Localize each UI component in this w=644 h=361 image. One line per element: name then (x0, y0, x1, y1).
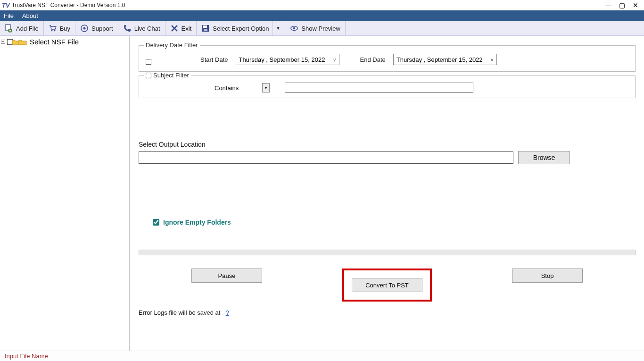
folder-stack-icon (14, 39, 27, 45)
end-date-picker[interactable]: Thursday , September 15, 2022 ∨ (393, 54, 497, 65)
subject-filter-legend: Subject Filter (153, 72, 189, 79)
show-preview-button[interactable]: Show Preview (285, 21, 345, 35)
pause-button[interactable]: Pause (191, 269, 262, 283)
end-date-label: End Date (360, 56, 386, 63)
svg-rect-12 (204, 29, 207, 31)
menu-file[interactable]: File (4, 12, 14, 19)
support-button[interactable]: Support (75, 21, 118, 35)
tree-root-label: Select NSF File (30, 38, 79, 46)
cart-icon (49, 24, 57, 33)
statusbar: Input File Name (0, 351, 644, 361)
output-location-input[interactable] (139, 151, 513, 164)
main-panel: Delivery Date Filter Start Date Thursday… (130, 36, 644, 351)
app-logo: TV (2, 2, 10, 9)
buy-label: Buy (60, 25, 70, 32)
tree-expand-icon[interactable]: + (1, 40, 5, 44)
close-icon[interactable]: ✕ (633, 1, 638, 9)
add-file-button[interactable]: Add File (0, 21, 44, 35)
tree-root-item[interactable]: + Select NSF File (1, 38, 128, 46)
start-date-label: Start Date (200, 56, 228, 63)
chevron-down-icon: ∨ (333, 57, 336, 62)
export-dropdown-caret[interactable]: ▼ (272, 21, 280, 35)
subject-filter-checkbox[interactable] (146, 73, 151, 78)
live-chat-button[interactable]: Live Chat (118, 21, 165, 35)
exit-label: Exit (182, 25, 192, 32)
toolbar: Add File Buy Support Live Chat Exit Sele… (0, 21, 644, 36)
end-date-value: Thursday , September 15, 2022 (396, 56, 483, 63)
delivery-date-filter-group: Delivery Date Filter Start Date Thursday… (139, 45, 636, 72)
ignore-empty-label: Ignore Empty Folders (163, 218, 231, 226)
live-chat-label: Live Chat (134, 25, 160, 32)
browse-button[interactable]: Browse (518, 151, 570, 164)
convert-button[interactable]: Convert To PST (352, 278, 422, 292)
svg-point-14 (293, 27, 296, 30)
error-log-text: Error Logs file will be saved at ? (139, 309, 636, 317)
start-date-picker[interactable]: Thursday , September 15, 2022 ∨ (236, 54, 339, 65)
subject-filter-input[interactable] (285, 83, 473, 93)
menubar: File About (0, 10, 644, 21)
subject-filter-group: Subject Filter Contains ▾ (139, 76, 636, 98)
support-label: Support (91, 25, 113, 32)
exit-icon (170, 24, 179, 33)
error-log-link[interactable]: ? (226, 309, 229, 316)
svg-point-4 (51, 30, 52, 32)
chevron-down-icon: ∨ (490, 57, 494, 62)
add-file-label: Add File (16, 25, 39, 32)
titlebar: TV TrustVare NSF Converter - Demo Versio… (0, 0, 644, 10)
delivery-date-legend: Delivery Date Filter (144, 42, 200, 49)
progress-bar (139, 250, 636, 255)
delivery-date-checkbox[interactable] (146, 59, 151, 65)
svg-point-5 (54, 30, 55, 32)
eye-icon (290, 24, 298, 33)
error-log-prefix: Error Logs file will be saved at (139, 309, 220, 316)
svg-point-7 (83, 27, 86, 30)
contains-dropdown[interactable]: ▾ (262, 83, 270, 92)
svg-rect-11 (203, 25, 207, 28)
support-icon (80, 24, 89, 33)
stop-button[interactable]: Stop (512, 269, 583, 283)
minimize-icon[interactable]: ― (605, 1, 611, 9)
maximize-icon[interactable]: ▢ (619, 1, 625, 9)
save-icon (201, 24, 210, 33)
show-preview-label: Show Preview (301, 25, 340, 32)
exit-button[interactable]: Exit (165, 21, 197, 35)
window-controls: ― ▢ ✕ (605, 1, 642, 9)
phone-icon (123, 24, 132, 33)
add-file-icon (5, 24, 13, 33)
start-date-value: Thursday , September 15, 2022 (239, 56, 325, 63)
window-title: TrustVare NSF Converter - Demo Version 1… (12, 2, 125, 8)
menu-about[interactable]: About (22, 12, 38, 19)
convert-highlight: Convert To PST (342, 269, 432, 302)
buy-button[interactable]: Buy (44, 21, 75, 35)
ignore-empty-checkbox[interactable] (153, 219, 159, 226)
status-text: Input File Name (5, 353, 48, 360)
sidebar: + Select NSF File (0, 36, 130, 351)
contains-label: Contains (215, 84, 239, 92)
output-location-label: Select Output Location (139, 141, 636, 148)
export-option-button[interactable]: Select Export Option ▼ (197, 21, 285, 35)
export-option-label: Select Export Option (213, 25, 269, 32)
